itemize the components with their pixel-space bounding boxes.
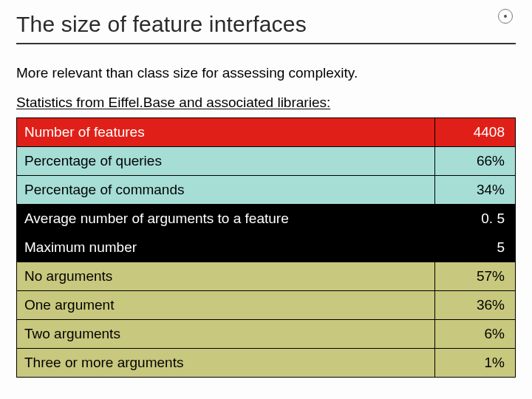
table-row: Percentage of commands 34% — [17, 176, 516, 205]
row-label: No arguments — [17, 262, 435, 291]
row-label: Maximum number — [17, 233, 435, 262]
row-label: Average number of arguments to a feature — [17, 205, 435, 233]
row-value: 6% — [435, 320, 516, 349]
table-row: Number of features 4408 — [17, 118, 516, 147]
corner-logo-icon — [498, 9, 513, 24]
row-value: 5 — [435, 233, 516, 262]
row-label: Percentage of commands — [17, 176, 435, 205]
intro-text: More relevant than class size for assess… — [16, 64, 516, 83]
row-label: Number of features — [17, 118, 435, 147]
row-label: Three or more arguments — [17, 349, 435, 378]
row-value: 34% — [435, 176, 516, 205]
table-row: Average number of arguments to a feature… — [17, 205, 516, 233]
slide-title: The size of feature interfaces — [16, 7, 516, 44]
row-value: 0. 5 — [435, 205, 516, 233]
slide-body: More relevant than class size for assess… — [16, 64, 516, 112]
table-row: Three or more arguments 1% — [17, 349, 516, 378]
row-value: 4408 — [435, 118, 516, 147]
stats-table: Number of features 4408 Percentage of qu… — [16, 117, 516, 378]
table-row: No arguments 57% — [17, 262, 516, 291]
stats-source: Statistics from Eiffel.Base and associat… — [16, 93, 516, 112]
row-label: One argument — [17, 291, 435, 320]
table-row: Percentage of queries 66% — [17, 147, 516, 176]
table-row: One argument 36% — [17, 291, 516, 320]
table-row: Maximum number 5 — [17, 233, 516, 262]
row-label: Percentage of queries — [17, 147, 435, 176]
table-row: Two arguments 6% — [17, 320, 516, 349]
row-label: Two arguments — [17, 320, 435, 349]
row-value: 66% — [435, 147, 516, 176]
row-value: 57% — [435, 262, 516, 291]
row-value: 1% — [435, 349, 516, 378]
slide: The size of feature interfaces More rele… — [0, 0, 532, 399]
row-value: 36% — [435, 291, 516, 320]
